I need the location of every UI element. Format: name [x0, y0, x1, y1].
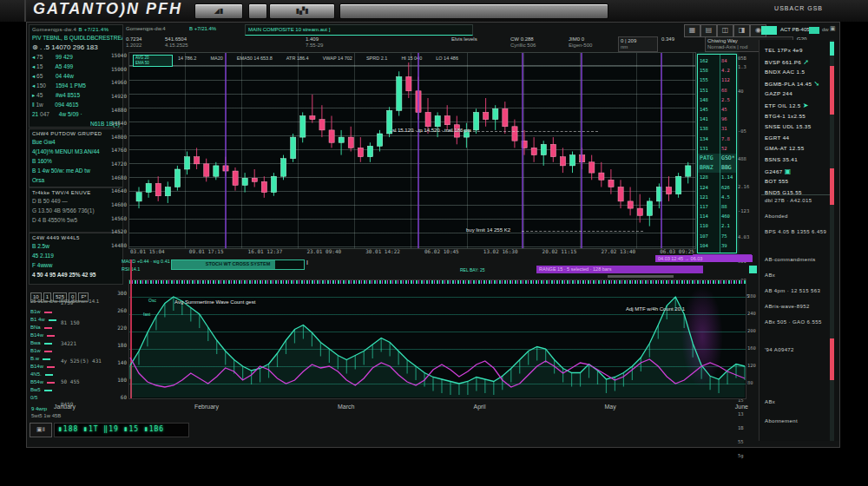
watchlist-item[interactable]: B1w: [30, 348, 52, 353]
right-panel-indicator-chip[interactable]: [809, 27, 819, 34]
watchlist-item[interactable]: Bw5: [30, 387, 52, 392]
toolbar-icon-button[interactable]: ◫: [717, 24, 733, 37]
price-tick: 14800: [104, 134, 127, 140]
dom-row[interactable]: 14196: [698, 115, 736, 124]
dom-row[interactable]: 1102.1: [698, 221, 736, 231]
watchlist-item[interactable]: BNa: [30, 325, 52, 330]
info-item[interactable]: Abonnement: [765, 418, 798, 424]
scrollbar-segment[interactable]: [830, 42, 834, 56]
info-item[interactable]: ABx 505 · GAO 6.555: [765, 319, 822, 325]
market-watch-item[interactable]: G2467 ▣: [765, 167, 792, 175]
info-item[interactable]: AB 4pm · 12 515 563: [765, 288, 820, 293]
toolbar-field[interactable]: CW 0.288Cyrillic 506: [510, 36, 562, 49]
dom-outside-value: 13: [738, 411, 744, 417]
watchlist-item[interactable]: B1w: [30, 309, 52, 314]
scrollbar-segment[interactable]: [830, 338, 834, 380]
titlebar-button-3[interactable]: ▮▞▮: [269, 3, 335, 19]
indicator-progress[interactable]: STOCH WT CROSS SYSTEM: [171, 259, 305, 270]
watchlist-item[interactable]: B14w: [30, 364, 55, 369]
scrollbar-segment[interactable]: [830, 168, 834, 205]
info-item[interactable]: BPS 4.05 B 1355 6.459: [765, 229, 826, 234]
dom-row[interactable]: 10775: [698, 232, 736, 241]
dom-row[interactable]: 11788: [698, 202, 736, 212]
dom-row[interactable]: 1584.2: [698, 66, 736, 76]
market-watch-item[interactable]: ETF OIL 12.5 ➤: [765, 102, 809, 109]
dom-row[interactable]: 14545: [698, 105, 736, 115]
date-tick: 23.01 09:40: [306, 248, 341, 254]
watchlist-item[interactable]: 4N5.: [30, 371, 53, 377]
info-item[interactable]: Abonded: [765, 213, 788, 219]
window-icon[interactable]: ▣: [830, 25, 836, 32]
toolbar-icon-button[interactable]: ◨: [733, 24, 750, 37]
toolbar-field[interactable]: 0.349: [661, 36, 693, 43]
watchlist-item[interactable]: Bwa: [30, 340, 52, 345]
dom-row[interactable]: 155112: [698, 76, 736, 85]
market-watch-item[interactable]: SNSE UDL 15.35: [765, 123, 812, 129]
scrollbar-segment[interactable]: [830, 66, 834, 115]
teal-handle[interactable]: [749, 266, 757, 273]
market-watch-item[interactable]: GAZP 244: [765, 90, 792, 96]
toolbar-field[interactable]: 0 | 209nm: [618, 36, 658, 52]
market-watch-item[interactable]: BOT 555: [765, 178, 788, 184]
toolbar-field[interactable]: Elvis levels: [451, 36, 496, 43]
market-watch-item[interactable]: BNDX AAC 1.5: [765, 69, 805, 75]
dom-row[interactable]: 1482.5: [698, 95, 736, 105]
field-line2: Cyrillic 506: [510, 43, 562, 49]
info-item[interactable]: dbl 27B · A42.015: [765, 198, 812, 203]
dom-row[interactable]: 15168: [698, 86, 736, 95]
titlebar-bar[interactable]: [339, 3, 608, 19]
titlebar-button-2[interactable]: [248, 3, 267, 19]
toolbar-icon-button[interactable]: ▤: [700, 24, 717, 37]
toolbar-field[interactable]: JIM0 0Eigen-500: [569, 36, 612, 49]
range-selection-a[interactable]: RANGE 15 · 5 selected · 128 bars: [536, 266, 703, 273]
dom-row[interactable]: PATGGSO*: [698, 154, 736, 163]
market-watch-item[interactable]: EGRT 44: [765, 135, 789, 141]
chart-annotation: sl 15 120 · tp 14 520 · trail 186 pts: [392, 128, 471, 133]
info-item[interactable]: ABris-wave-8952: [765, 304, 810, 309]
market-watch-item[interactable]: GMA-AT 12.55: [765, 145, 805, 151]
toolbar-icon-button[interactable]: ▦: [684, 24, 700, 37]
watchlist-item[interactable]: B.w: [30, 356, 50, 361]
dom-row[interactable]: 1347.8: [698, 135, 736, 144]
market-watch-item[interactable]: BTG4-1 1x2.55: [765, 113, 806, 119]
range-selection-b[interactable]: 04.03 12:45 → 06.03: [655, 255, 753, 262]
dom-row[interactable]: 10439: [698, 241, 736, 251]
dom-row[interactable]: 13831: [698, 124, 736, 134]
right-panel-title: ACT PB-405: [780, 27, 810, 32]
watchlist-item[interactable]: B14w: [30, 332, 55, 338]
dom-row[interactable]: 1281.14: [698, 173, 736, 182]
info-item[interactable]: ABx: [765, 273, 775, 278]
dom-row[interactable]: 1214.5: [698, 193, 736, 202]
panel-toggle-chip[interactable]: [761, 26, 777, 35]
market-watch-item[interactable]: BVSP 661.P6 ➚: [765, 58, 809, 66]
right-scrollbar[interactable]: [830, 40, 834, 441]
info-item[interactable]: AB-commandments: [765, 257, 816, 262]
toolbar-field[interactable]: 541.65044.15.2525: [165, 36, 219, 49]
toolbar-field[interactable]: 1.4097.55-29: [306, 36, 347, 49]
indicator-panel[interactable]: Avg Summertime Wave Count gest Adj MTF w…: [128, 279, 746, 399]
watchlist-item[interactable]: 0/5: [30, 395, 49, 400]
market-watch-item[interactable]: BSNS 35.41: [765, 156, 798, 162]
watchlist-item[interactable]: B1 4w: [30, 317, 56, 322]
dom-row[interactable]: 114460: [698, 212, 736, 221]
toolbar-field[interactable]: 0.72341.2022: [126, 36, 161, 49]
dom-row[interactable]: 16284: [698, 56, 736, 66]
titlebar-button-1[interactable]: ◢▮: [194, 3, 243, 19]
watchlist-item[interactable]: B54w: [30, 379, 55, 384]
market-watch-item[interactable]: TEL 17Px 4e9: [765, 47, 803, 53]
price-tick: 14680: [104, 174, 127, 181]
dom-ladder[interactable]: 162841584.2155112151681482.5145451419613…: [697, 54, 737, 253]
order-arrow-icon: ‖: [32, 102, 35, 108]
dom-row[interactable]: BRNZBBG: [698, 163, 736, 173]
info-item[interactable]: '94 A09472: [765, 347, 794, 352]
indicator-label-1: Osc: [148, 298, 156, 303]
dom-row[interactable]: 124626: [698, 183, 736, 193]
market-watch-item[interactable]: BGMB-PLA 14.45 ➘: [765, 80, 820, 88]
scroll-thumb[interactable]: [608, 275, 674, 278]
main-chart[interactable]: AVG 20 EMA 50 14 786.2MA20EMA50 14 653.8…: [128, 52, 696, 249]
order-arrow-icon: ◂: [32, 54, 35, 60]
symbol-field[interactable]: MAIN COMPOSITE 10 stream.aut ]: [245, 24, 473, 36]
info-item[interactable]: ABx: [765, 399, 775, 404]
status-icon[interactable]: ▣ⅱ: [30, 423, 52, 437]
dom-row[interactable]: 13152: [698, 144, 736, 154]
